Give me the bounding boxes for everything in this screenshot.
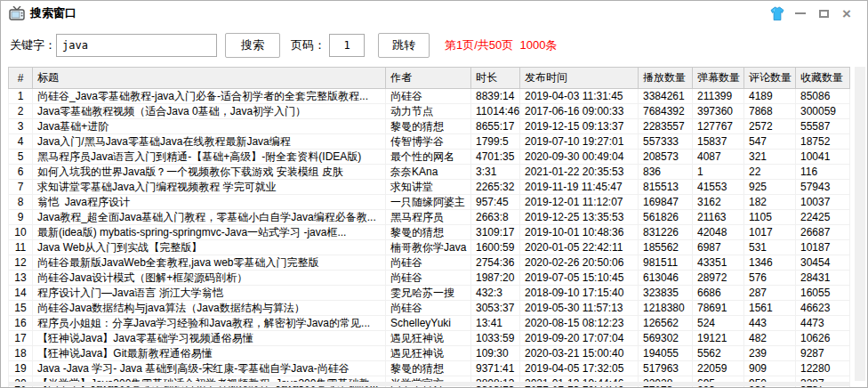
table-row[interactable]: 9Java教程_超全面Java基础入门教程，零基础小白自学Java编程必备教..… [9, 210, 850, 225]
cell-danmaku: 4087 [693, 150, 744, 165]
column-header-danmaku[interactable]: 弹幕数量 [693, 68, 744, 89]
search-button[interactable]: 搜索 [225, 33, 280, 58]
cell-published: 2019-04-05 17:32:05 [520, 361, 639, 376]
cell-comments: 443 [744, 316, 796, 331]
table-row[interactable]: 1尚硅谷_Java零基础教程-java入门必备-适合初学者的全套完整版教程...… [9, 89, 850, 104]
column-header-comments[interactable]: 评论数量 [744, 68, 796, 89]
cell-duration: 1799:5 [471, 134, 520, 150]
cell-favorites: 18752 [796, 134, 850, 150]
search-toolbar: 关键字： 搜索 页码： 跳转 第1页/共50页 1000条 [1, 26, 867, 67]
cell-duration: 3109:17 [471, 225, 520, 240]
table-row[interactable]: 15尚硅谷Java数据结构与java算法（Java数据结构与算法）尚硅谷3053… [9, 301, 850, 316]
cell-published: 2020-02-26 20:50:06 [520, 255, 639, 271]
cell-plays: 561826 [639, 210, 693, 225]
cell-index: 1 [9, 89, 33, 104]
cell-published: 2019-07-05 15:10:45 [520, 271, 639, 286]
cell-title: 尚硅谷最新版JavaWeb全套教程,java web零基础入门完整版 [33, 255, 386, 271]
column-header-author[interactable]: 作者 [386, 68, 471, 89]
cell-comments: 547 [744, 134, 796, 150]
cell-author: 最个性的网名 [386, 150, 471, 165]
cell-comments: 909 [744, 361, 796, 376]
cell-favorites: 10626 [796, 331, 850, 346]
cell-title: 最新(idea版) mybatis-spring-springmvc-Java一… [33, 225, 386, 240]
table-row[interactable]: 11Java Web从入门到实战【完整版】楠哥教你学Java1600:59202… [9, 240, 850, 255]
window-controls: × [766, 4, 858, 22]
keyword-label: 关键字： [10, 37, 56, 53]
tv-icon [9, 6, 25, 20]
table-row[interactable]: 6如何入坑我的世界Java版？一个视频教你下载游戏 安装模组 皮肤奈奈KAna3… [9, 165, 850, 180]
cell-comments: 7868 [744, 104, 796, 119]
close-icon[interactable]: × [835, 4, 858, 22]
cell-index: 14 [9, 286, 33, 301]
maximize-icon[interactable] [812, 4, 835, 22]
table-row[interactable]: 13尚硅谷Java设计模式（图解+框架源码剖析）尚硅谷1987:202019-0… [9, 271, 850, 286]
table-row[interactable]: 5黑马程序员Java语言入门到精通-【基础+高级】-附全套资料(IDEA版)最个… [9, 150, 850, 165]
keyword-input[interactable] [56, 34, 217, 57]
cell-favorites: 116 [796, 165, 850, 180]
column-header-index[interactable]: # [9, 68, 33, 89]
column-header-published[interactable]: 发布时间 [520, 68, 639, 89]
cell-published: 2020-08-15 08:12:23 [520, 316, 639, 331]
cell-favorites: 30454 [796, 255, 850, 271]
cell-title: Java -Java 学习- Java 基础到高级-宋红康-零基础自学Java-… [33, 361, 386, 376]
cell-published: 2019-12-25 13:35:53 [520, 210, 639, 225]
cell-index: 18 [9, 346, 33, 361]
cell-title: 程序设计入门—Java语言 浙江大学翁恺 [33, 286, 386, 301]
cell-published: 2019-09-20 17:07:04 [520, 331, 639, 346]
table-row[interactable]: 2Java零基础教程视频（适合Java 0基础，Java初学入门）动力节点110… [9, 104, 850, 119]
cell-danmaku: 5562 [693, 346, 744, 361]
cell-plays: 831226 [639, 225, 693, 240]
cell-comments: 482 [744, 331, 796, 346]
cell-title: 【狂神说Java】Git最新教程通俗易懂 [33, 346, 386, 361]
skin-icon[interactable] [766, 4, 789, 22]
cell-comments: 1105 [744, 210, 796, 225]
results-area: #标题作者时长发布时间播放数量弹幕数量评论数量收藏数量 1尚硅谷_Java零基础… [8, 67, 849, 381]
column-header-duration[interactable]: 时长 [471, 68, 520, 89]
cell-comments: 1561 [744, 301, 796, 316]
page-label: 页码： [291, 37, 326, 53]
cell-title: Java Web从入门到实战【完整版】 [33, 240, 386, 255]
cell-index: 2 [9, 104, 33, 119]
jump-button[interactable]: 跳转 [378, 33, 430, 58]
table-row[interactable]: 17【狂神说Java】Java零基础学习视频通俗易懂遇见狂神说1033:5920… [9, 331, 850, 346]
column-header-title[interactable]: 标题 [33, 68, 386, 89]
cell-favorites: 26687 [796, 225, 850, 240]
horizontal-scrollbar[interactable] [8, 382, 849, 386]
cell-author: 奈奈KAna [386, 165, 471, 180]
cell-index: 10 [9, 225, 33, 240]
cell-plays: 569302 [639, 331, 693, 346]
cell-duration: 109:30 [471, 346, 520, 361]
cell-author: 遇见狂神说 [386, 331, 471, 346]
cell-duration: 1987:20 [471, 271, 520, 286]
table-row[interactable]: 19Java -Java 学习- Java 基础到高级-宋红康-零基础自学Jav… [9, 361, 850, 376]
vertical-scrollbar[interactable] [855, 67, 865, 381]
cell-danmaku: 524 [693, 316, 744, 331]
minimize-icon[interactable] [789, 4, 812, 22]
cell-plays: 836 [639, 165, 693, 180]
cell-danmaku: 6686 [693, 286, 744, 301]
cell-index: 16 [9, 316, 33, 331]
table-row[interactable]: 3Java基础+进阶黎曼的猜想8655:172019-12-15 09:13:3… [9, 119, 850, 134]
cell-duration: 957:45 [471, 195, 520, 210]
cell-published: 2019-07-10 19:27:01 [520, 134, 639, 150]
cell-author: 黎曼的猜想 [386, 119, 471, 134]
table-row[interactable]: 8翁恺 Java程序设计一只随缘阿婆主957:452019-12-01 11:1… [9, 195, 850, 210]
table-row[interactable]: 14程序设计入门—Java语言 浙江大学翁恺雯兄哈苏一搜432:32018-09… [9, 286, 850, 301]
table-row[interactable]: 7求知讲堂零基础Java入门编程视频教程 学完可就业求知讲堂2265:32201… [9, 180, 850, 195]
cell-duration: 1033:59 [471, 331, 520, 346]
page-input[interactable] [329, 34, 365, 57]
table-row[interactable]: 4Java入门/黑马Java零基础Java在线教程最新Java编程传智博学谷17… [9, 134, 850, 150]
column-header-plays[interactable]: 播放数量 [639, 68, 693, 89]
cell-danmaku: 41553 [693, 180, 744, 195]
table-row[interactable]: 12尚硅谷最新版JavaWeb全套教程,java web零基础入门完整版尚硅谷2… [9, 255, 850, 271]
cell-index: 15 [9, 301, 33, 316]
cell-duration: 3053:37 [471, 301, 520, 316]
cell-title: 程序员小姐姐：分享Java学习经验和Java教程，解密初学Java的常见... [33, 316, 386, 331]
cell-index: 19 [9, 361, 33, 376]
column-header-favorites[interactable]: 收藏数量 [796, 68, 850, 89]
table-row[interactable]: 18【狂神说Java】Git最新教程通俗易懂遇见狂神说109:302020-03… [9, 346, 850, 361]
cell-author: 动力节点 [386, 104, 471, 119]
table-row[interactable]: 10最新(idea版) mybatis-spring-springmvc-Jav… [9, 225, 850, 240]
cell-published: 2019-05-30 11:57:13 [520, 301, 639, 316]
table-row[interactable]: 16程序员小姐姐：分享Java学习经验和Java教程，解密初学Java的常见..… [9, 316, 850, 331]
